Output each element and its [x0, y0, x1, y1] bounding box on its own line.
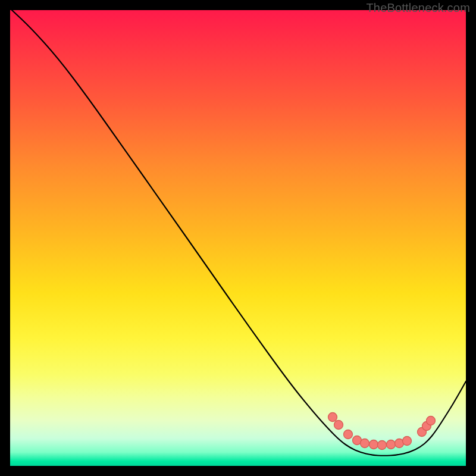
bottleneck-curve	[12, 10, 466, 456]
data-dot	[344, 430, 353, 439]
data-dot	[403, 437, 412, 446]
plot-svg	[10, 10, 466, 466]
data-dot	[427, 416, 436, 425]
data-dot	[328, 413, 337, 422]
data-dot	[369, 440, 378, 449]
data-dot	[378, 441, 387, 450]
data-dot	[334, 421, 343, 430]
data-dot	[361, 439, 369, 448]
data-dot	[387, 440, 396, 449]
